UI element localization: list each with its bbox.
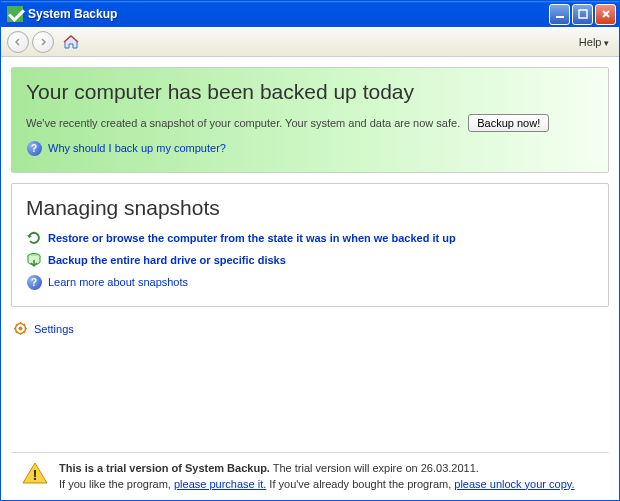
- why-backup-row: ? Why should I back up my computer?: [26, 140, 594, 156]
- minimize-icon: [554, 8, 566, 20]
- maximize-icon: [577, 8, 589, 20]
- snapshots-title: Managing snapshots: [26, 196, 594, 220]
- trial-text: This is a trial version of System Backup…: [59, 461, 575, 492]
- nav-back-button[interactable]: [7, 31, 29, 53]
- trial-expire: The trial version will expire on 26.03.2…: [270, 462, 479, 474]
- arrow-left-icon: [13, 37, 23, 47]
- status-title: Your computer has been backed up today: [26, 80, 594, 104]
- svg-rect-1: [579, 10, 587, 18]
- snapshots-panel: Managing snapshots Restore or browse the…: [11, 183, 609, 307]
- disk-backup-icon: [26, 252, 42, 268]
- unlock-link[interactable]: please unlock your copy.: [454, 478, 574, 490]
- restore-link[interactable]: Restore or browse the computer from the …: [48, 232, 456, 244]
- restore-icon: [26, 230, 42, 246]
- learn-more-link[interactable]: Learn more about snapshots: [48, 276, 188, 288]
- backup-now-button[interactable]: Backup now!: [468, 114, 549, 132]
- purchase-link[interactable]: please purchase it.: [174, 478, 266, 490]
- backup-disks-row: Backup the entire hard drive or specific…: [26, 252, 594, 268]
- maximize-button[interactable]: [572, 4, 593, 25]
- warning-icon: !: [21, 461, 49, 485]
- trial-bold: This is a trial version of System Backup…: [59, 462, 270, 474]
- status-panel: Your computer has been backed up today W…: [11, 67, 609, 173]
- window-controls: [549, 4, 616, 25]
- question-icon: ?: [26, 274, 42, 290]
- trial-notice: ! This is a trial version of System Back…: [11, 452, 609, 500]
- question-icon: ?: [26, 140, 42, 156]
- gear-icon: [13, 321, 28, 336]
- svg-point-4: [19, 327, 23, 331]
- app-window: System Backup Help: [0, 0, 620, 501]
- content-area: Your computer has been backed up today W…: [1, 57, 619, 500]
- close-icon: [600, 8, 612, 20]
- titlebar: System Backup: [1, 1, 619, 27]
- content-spacer: [11, 340, 609, 452]
- svg-rect-0: [556, 16, 564, 18]
- status-description: We've recently created a snapshot of you…: [26, 117, 460, 129]
- arrow-right-icon: [38, 37, 48, 47]
- restore-row: Restore or browse the computer from the …: [26, 230, 594, 246]
- home-button[interactable]: [60, 30, 82, 54]
- trial-line2-prefix: If you like the program,: [59, 478, 174, 490]
- svg-text:!: !: [33, 466, 38, 483]
- settings-link[interactable]: Settings: [34, 323, 74, 335]
- status-description-row: We've recently created a snapshot of you…: [26, 114, 594, 132]
- app-icon: [7, 6, 23, 22]
- nav-forward-button[interactable]: [32, 31, 54, 53]
- trial-line2-mid: If you've already bought the program,: [266, 478, 454, 490]
- toolbar: Help: [1, 27, 619, 57]
- backup-disks-link[interactable]: Backup the entire hard drive or specific…: [48, 254, 286, 266]
- window-title: System Backup: [28, 7, 549, 21]
- help-menu[interactable]: Help: [575, 34, 613, 50]
- home-icon: [62, 33, 80, 51]
- learn-more-row: ? Learn more about snapshots: [26, 274, 594, 290]
- minimize-button[interactable]: [549, 4, 570, 25]
- close-button[interactable]: [595, 4, 616, 25]
- why-backup-link[interactable]: Why should I back up my computer?: [48, 142, 226, 154]
- settings-row: Settings: [13, 321, 607, 336]
